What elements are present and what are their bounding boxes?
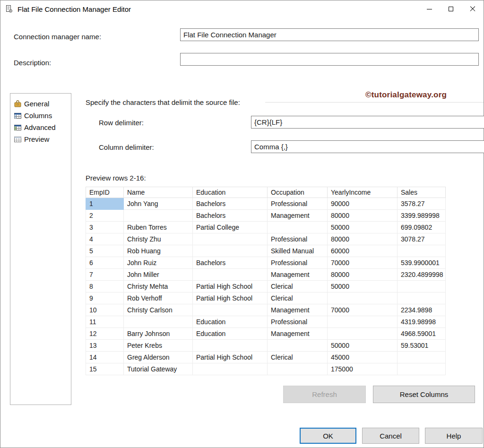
table-cell[interactable]: Professional bbox=[268, 233, 328, 245]
table-cell[interactable] bbox=[193, 340, 268, 352]
refresh-button[interactable]: Refresh bbox=[283, 386, 366, 403]
table-cell[interactable]: Christy Carlson bbox=[124, 304, 193, 316]
reset-columns-button[interactable]: Reset Columns bbox=[373, 386, 475, 403]
table-cell[interactable]: 6 bbox=[86, 257, 124, 269]
table-cell[interactable]: Clerical bbox=[268, 352, 328, 363]
table-cell[interactable]: Management bbox=[268, 269, 328, 281]
table-cell[interactable]: Clerical bbox=[268, 293, 328, 304]
table-cell[interactable]: John Ruiz bbox=[124, 257, 193, 269]
table-cell[interactable]: Education bbox=[193, 316, 268, 328]
table-cell[interactable] bbox=[268, 340, 328, 352]
ok-button[interactable]: OK bbox=[300, 428, 356, 444]
table-cell[interactable]: Skilled Manual bbox=[268, 245, 328, 257]
table-cell[interactable] bbox=[398, 293, 446, 304]
table-cell[interactable] bbox=[268, 222, 328, 233]
table-cell[interactable]: 8 bbox=[86, 281, 124, 293]
table-cell[interactable]: Rob Huang bbox=[124, 245, 193, 257]
column-header[interactable]: Sales bbox=[398, 187, 446, 198]
table-cell[interactable] bbox=[328, 316, 398, 328]
table-cell[interactable]: 10 bbox=[86, 304, 124, 316]
table-cell[interactable]: 175000 bbox=[328, 363, 398, 375]
sidebar-item-general[interactable]: General bbox=[10, 98, 71, 110]
sidebar-item-columns[interactable]: Columns bbox=[10, 110, 71, 121]
table-cell[interactable] bbox=[398, 245, 446, 257]
table-cell[interactable]: 2234.9898 bbox=[398, 304, 446, 316]
table-cell[interactable]: 5 bbox=[86, 245, 124, 257]
table-cell[interactable] bbox=[193, 363, 268, 375]
table-cell[interactable] bbox=[328, 328, 398, 340]
table-cell[interactable]: 11 bbox=[86, 316, 124, 328]
table-cell[interactable]: Partial High School bbox=[193, 352, 268, 363]
close-button[interactable] bbox=[462, 0, 484, 17]
table-cell[interactable]: Christy Zhu bbox=[124, 233, 193, 245]
table-cell[interactable]: John Yang bbox=[124, 198, 193, 210]
table-cell[interactable]: 3 bbox=[86, 222, 124, 233]
table-cell[interactable] bbox=[398, 363, 446, 375]
column-header[interactable]: Occupation bbox=[268, 187, 328, 198]
table-cell[interactable]: 1 bbox=[86, 198, 124, 210]
table-cell[interactable] bbox=[193, 233, 268, 245]
table-cell[interactable]: Partial College bbox=[193, 222, 268, 233]
table-cell[interactable]: 699.09802 bbox=[398, 222, 446, 233]
help-button[interactable]: Help bbox=[425, 428, 483, 444]
table-cell[interactable]: Rob Verhoff bbox=[124, 293, 193, 304]
table-cell[interactable]: 3578.27 bbox=[398, 198, 446, 210]
table-cell[interactable] bbox=[193, 304, 268, 316]
table-cell[interactable]: 59.53001 bbox=[398, 340, 446, 352]
table-cell[interactable] bbox=[328, 293, 398, 304]
row-delimiter-input[interactable] bbox=[251, 116, 484, 129]
table-cell[interactable]: Clerical bbox=[268, 281, 328, 293]
table-cell[interactable]: 539.9900001 bbox=[398, 257, 446, 269]
table-cell[interactable]: Bachelors bbox=[193, 257, 268, 269]
column-header[interactable]: YearlyIncome bbox=[328, 187, 398, 198]
table-cell[interactable]: Tutorial Gateway bbox=[124, 363, 193, 375]
table-cell[interactable] bbox=[398, 281, 446, 293]
column-header[interactable]: EmpID bbox=[86, 187, 124, 198]
minimize-button[interactable] bbox=[418, 0, 440, 17]
table-cell[interactable]: 13 bbox=[86, 340, 124, 352]
connection-name-input[interactable] bbox=[180, 28, 479, 41]
table-cell[interactable]: Professional bbox=[268, 316, 328, 328]
table-cell[interactable] bbox=[268, 363, 328, 375]
table-cell[interactable]: 50000 bbox=[328, 222, 398, 233]
table-cell[interactable]: 15 bbox=[86, 363, 124, 375]
table-cell[interactable]: 90000 bbox=[328, 198, 398, 210]
table-cell[interactable]: 4319.98998 bbox=[398, 316, 446, 328]
table-cell[interactable]: Management bbox=[268, 210, 328, 222]
sidebar-item-preview[interactable]: Preview bbox=[10, 133, 71, 145]
table-cell[interactable]: 4968.59001 bbox=[398, 328, 446, 340]
table-cell[interactable]: Management bbox=[268, 328, 328, 340]
table-cell[interactable] bbox=[124, 210, 193, 222]
table-cell[interactable]: Bachelors bbox=[193, 198, 268, 210]
table-cell[interactable] bbox=[193, 269, 268, 281]
cancel-button[interactable]: Cancel bbox=[362, 428, 419, 444]
table-cell[interactable]: 60000 bbox=[328, 245, 398, 257]
table-cell[interactable]: Christy Mehta bbox=[124, 281, 193, 293]
table-cell[interactable]: Partial High School bbox=[193, 293, 268, 304]
table-cell[interactable]: 4 bbox=[86, 233, 124, 245]
table-cell[interactable]: Barry Johnson bbox=[124, 328, 193, 340]
table-cell[interactable]: 12 bbox=[86, 328, 124, 340]
table-cell[interactable]: 80000 bbox=[328, 233, 398, 245]
table-cell[interactable]: Education bbox=[193, 328, 268, 340]
table-cell[interactable]: 3399.989998 bbox=[398, 210, 446, 222]
table-cell[interactable]: 50000 bbox=[328, 340, 398, 352]
table-cell[interactable]: Professional bbox=[268, 198, 328, 210]
table-cell[interactable]: 3078.27 bbox=[398, 233, 446, 245]
table-cell[interactable]: Greg Alderson bbox=[124, 352, 193, 363]
column-delimiter-input[interactable] bbox=[251, 140, 484, 153]
column-header[interactable]: Name bbox=[124, 187, 193, 198]
table-cell[interactable]: 45000 bbox=[328, 352, 398, 363]
table-cell[interactable] bbox=[398, 352, 446, 363]
table-cell[interactable]: 80000 bbox=[328, 210, 398, 222]
table-cell[interactable]: John Miller bbox=[124, 269, 193, 281]
table-cell[interactable]: 70000 bbox=[328, 304, 398, 316]
maximize-button[interactable] bbox=[440, 0, 462, 17]
table-cell[interactable]: Professional bbox=[268, 257, 328, 269]
description-input[interactable] bbox=[180, 53, 479, 66]
table-cell[interactable]: 50000 bbox=[328, 281, 398, 293]
table-cell[interactable]: 70000 bbox=[328, 257, 398, 269]
table-cell[interactable]: 7 bbox=[86, 269, 124, 281]
table-cell[interactable]: 14 bbox=[86, 352, 124, 363]
table-cell[interactable]: Management bbox=[268, 304, 328, 316]
